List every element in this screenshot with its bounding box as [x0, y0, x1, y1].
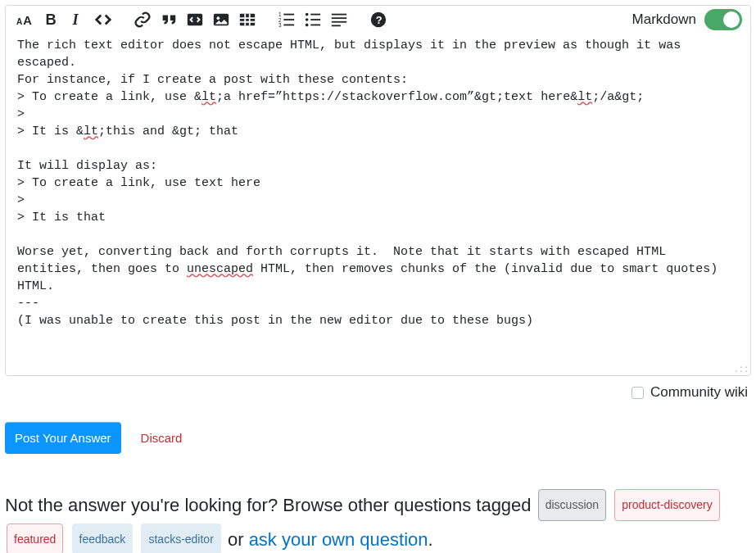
- toolbar-group-format: AA B I: [14, 9, 114, 30]
- toggle-knob: [723, 11, 740, 28]
- svg-rect-22: [310, 19, 320, 20]
- markdown-toggle[interactable]: [704, 9, 742, 30]
- unordered-list-icon[interactable]: [302, 9, 324, 30]
- ordered-list-icon[interactable]: 123: [276, 9, 297, 30]
- tag-stacks-editor[interactable]: stacks-editor: [141, 524, 220, 553]
- editor-textarea[interactable]: The rich text editor does not escape HTM…: [6, 32, 750, 375]
- spellcheck-underline: lt: [201, 90, 216, 104]
- editor-line: For instance, if I create a post with th…: [17, 73, 408, 87]
- svg-rect-16: [283, 19, 294, 20]
- editor-line: > It is that: [17, 211, 106, 224]
- svg-rect-24: [332, 14, 346, 16]
- svg-rect-7: [240, 14, 255, 26]
- editor-toolbar: AA B I: [6, 6, 750, 32]
- editor-line: > To create a link, use text here: [17, 176, 260, 190]
- discard-link[interactable]: Discard: [141, 431, 183, 445]
- footer-or: or: [228, 529, 249, 550]
- toolbar-group-insert: [132, 9, 258, 30]
- svg-text:A: A: [16, 17, 23, 26]
- ask-own-question-link[interactable]: ask your own question: [249, 529, 428, 550]
- footer-lead: Not the answer you're looking for? Brows…: [5, 495, 536, 515]
- svg-rect-26: [332, 21, 346, 23]
- community-wiki-row: Community wiki: [5, 376, 751, 406]
- editor-line: (I was unable to create this post in the…: [17, 314, 533, 328]
- svg-rect-27: [332, 25, 341, 26]
- editor-line: It will display as:: [17, 159, 157, 173]
- editor-line: >: [17, 107, 25, 121]
- heading-icon[interactable]: AA: [14, 9, 35, 30]
- spellcheck-underline: lt: [577, 90, 592, 104]
- bold-icon[interactable]: B: [40, 9, 61, 30]
- editor-line: ---: [17, 297, 39, 310]
- svg-text:?: ?: [376, 14, 383, 26]
- editor-line: The rich text editor does not escape HTM…: [17, 39, 688, 70]
- image-icon[interactable]: [211, 9, 232, 30]
- resize-grip-icon[interactable]: ·····: [734, 365, 749, 374]
- editor-line: > It is &: [17, 125, 84, 138]
- post-answer-button[interactable]: Post Your Answer: [5, 422, 121, 454]
- tag-feedback[interactable]: feedback: [72, 524, 134, 553]
- svg-rect-23: [310, 25, 320, 26]
- action-row: Post Your Answer Discard: [5, 422, 751, 454]
- tag-discussion[interactable]: discussion: [538, 489, 606, 521]
- code-block-icon[interactable]: [184, 9, 206, 30]
- editor-container: AA B I: [5, 5, 751, 376]
- italic-icon[interactable]: I: [66, 9, 88, 30]
- svg-text:B: B: [46, 11, 57, 28]
- svg-rect-25: [332, 17, 346, 19]
- help-icon[interactable]: ?: [368, 9, 389, 30]
- quote-icon[interactable]: [158, 9, 179, 30]
- toolbar-group-help: ?: [368, 9, 389, 30]
- svg-rect-21: [310, 14, 320, 16]
- svg-text:A: A: [23, 14, 32, 27]
- svg-point-19: [306, 18, 309, 21]
- markdown-label: Markdown: [632, 11, 696, 28]
- svg-rect-17: [283, 25, 294, 26]
- community-wiki-label: Community wiki: [650, 384, 748, 401]
- svg-rect-15: [283, 14, 294, 16]
- related-questions-footer: Not the answer you're looking for? Brows…: [5, 488, 751, 553]
- link-icon[interactable]: [132, 9, 153, 30]
- svg-text:I: I: [72, 11, 79, 28]
- editor-line: > To create a link, use &: [17, 90, 201, 104]
- tag-product-discovery[interactable]: product-discovery: [614, 489, 720, 521]
- svg-point-18: [306, 13, 309, 16]
- spellcheck-underline: unescaped: [187, 262, 253, 276]
- inline-code-icon[interactable]: [93, 9, 114, 30]
- community-wiki-checkbox[interactable]: [632, 387, 644, 399]
- toolbar-group-list: 123: [276, 9, 350, 30]
- svg-point-6: [217, 16, 220, 20]
- table-icon[interactable]: [237, 9, 258, 30]
- horizontal-rule-icon[interactable]: [328, 9, 350, 30]
- spellcheck-underline: lt: [84, 125, 98, 138]
- editor-line: >: [17, 193, 25, 207]
- svg-point-20: [306, 24, 309, 27]
- tag-featured[interactable]: featured: [7, 524, 63, 553]
- svg-text:3: 3: [278, 22, 282, 28]
